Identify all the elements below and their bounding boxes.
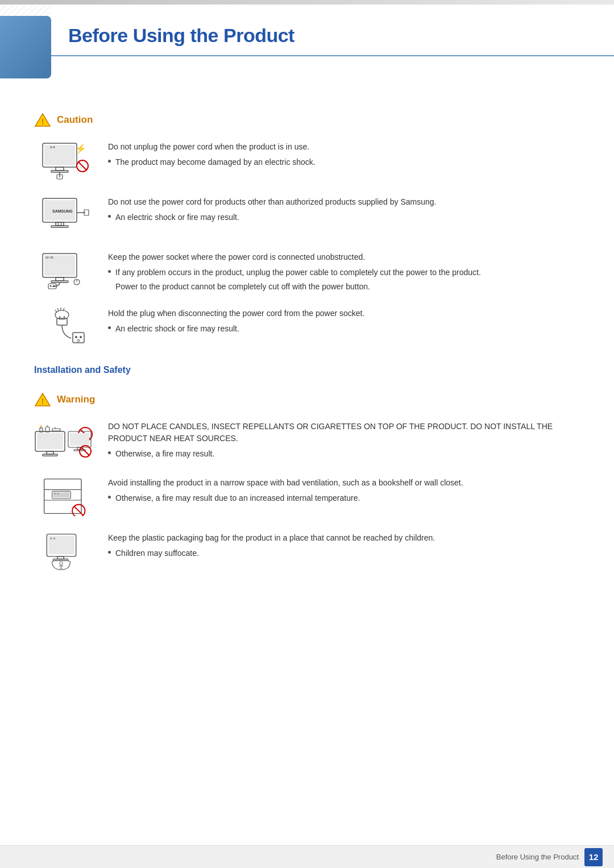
svg-text:SAMSUNG: SAMSUNG: [52, 209, 73, 213]
svg-rect-6: [56, 167, 64, 171]
caution-bullet-3-0: If any problem occurs in the product, un…: [108, 267, 580, 279]
warning-bullet-3-0: Children may suffocate.: [108, 547, 580, 559]
caution-image-1: ⚡: [34, 139, 97, 181]
page-header: Before Using the Product: [0, 5, 614, 95]
svg-point-45: [77, 339, 80, 342]
svg-rect-78: [57, 556, 64, 559]
svg-rect-77: [48, 535, 74, 554]
svg-rect-28: [50, 256, 53, 259]
footer-page-number: 12: [584, 848, 603, 866]
svg-text:!: !: [42, 397, 44, 406]
warning-bullet-1-0: Otherwise, a fire may result.: [108, 448, 580, 460]
warning-triangle-icon: !: [34, 392, 51, 407]
caution-main-2: Do not use the power cord for products o…: [108, 196, 580, 208]
warning-label-text: Warning: [57, 394, 95, 405]
svg-rect-27: [45, 256, 49, 259]
caution-label-text: Caution: [57, 114, 93, 126]
svg-rect-42: [73, 333, 84, 343]
caution-item-4: Hold the plug when disconnecting the pow…: [34, 305, 580, 348]
svg-point-81: [53, 537, 56, 539]
warning-bullet-2-0: Otherwise, a fire may result due to an i…: [108, 492, 580, 504]
warning-main-3: Keep the plastic packaging bag for the p…: [108, 532, 580, 544]
warning-image-2: [34, 475, 97, 517]
installation-heading: Installation and Safety: [34, 365, 580, 375]
svg-point-9: [53, 146, 55, 148]
page-title: Before Using the Product: [68, 24, 580, 47]
svg-rect-51: [43, 454, 57, 456]
svg-point-82: [60, 562, 63, 565]
bullet-dot: [108, 496, 111, 499]
svg-rect-5: [44, 145, 75, 165]
svg-text:⚡: ⚡: [75, 143, 86, 154]
caution-bullet-1-0: The product may become damaged by an ele…: [108, 156, 580, 168]
svg-point-54: [40, 425, 42, 427]
svg-point-30: [50, 285, 52, 286]
bullet-dot: [108, 215, 111, 218]
svg-rect-26: [51, 281, 68, 283]
svg-rect-7: [51, 171, 68, 172]
warning-main-1: DO NOT PLACE CANDLES, INSECT REPELLANTS …: [108, 421, 580, 445]
bullet-dot: [108, 551, 111, 554]
bullet-dot: [108, 326, 111, 329]
caution-item-2: SAMSUNG Do not use the power cord for pr…: [34, 194, 580, 236]
warning-image-1: [34, 418, 97, 461]
top-bar: [0, 0, 614, 5]
warning-item-2: Avoid installing the product in a narrow…: [34, 475, 580, 517]
warning-text-3: Keep the plastic packaging bag for the p…: [108, 530, 580, 562]
svg-rect-72: [53, 492, 56, 494]
svg-point-20: [58, 222, 61, 226]
caution-triangle-icon: !: [34, 113, 51, 127]
caution-text-4: Hold the plug when disconnecting the pow…: [108, 305, 580, 337]
svg-rect-25: [56, 277, 64, 281]
svg-rect-73: [57, 492, 59, 494]
caution-bullet-2-0: An electric shock or fire may result.: [108, 211, 580, 223]
svg-line-75: [74, 506, 83, 515]
svg-line-39: [57, 308, 59, 311]
header-blue-block: [0, 16, 51, 78]
svg-point-8: [50, 146, 52, 148]
warning-item-1: DO NOT PLACE CANDLES, INSECT REPELLANTS …: [34, 418, 580, 462]
warning-image-3: [34, 530, 97, 572]
caution-item-3: Keep the power socket where the power co…: [34, 249, 580, 293]
svg-rect-62: [70, 433, 89, 446]
svg-point-44: [80, 336, 82, 338]
caution-bullet-4-0: An electric shock or fire may result.: [108, 323, 580, 335]
bullet-dot: [108, 270, 111, 273]
caution-text-2: Do not use the power cord for products o…: [108, 194, 580, 226]
bullet-dot: [108, 451, 111, 454]
warning-item-3: Keep the plastic packaging bag for the p…: [34, 530, 580, 572]
caution-main-4: Hold the plug when disconnecting the pow…: [108, 308, 580, 319]
caution-main-3: Keep the power socket where the power co…: [108, 251, 580, 263]
caution-main-1: Do not unplug the power cord when the pr…: [108, 141, 580, 153]
svg-text:!: !: [42, 117, 44, 126]
caution-item-1: ⚡ Do not unplug the power cord when the …: [34, 139, 580, 181]
caution-label: ! Caution: [34, 113, 580, 127]
svg-rect-17: [56, 222, 64, 226]
caution-text-1: Do not unplug the power cord when the pr…: [108, 139, 580, 171]
svg-line-13: [78, 162, 86, 170]
caution-image-2: SAMSUNG: [34, 194, 97, 236]
caution-image-3: [34, 249, 97, 292]
svg-rect-49: [37, 433, 63, 449]
bullet-dot: [108, 160, 111, 163]
svg-rect-57: [52, 429, 60, 431]
warning-main-2: Avoid installing the product in a narrow…: [108, 477, 580, 489]
footer-label: Before Using the Product: [496, 853, 579, 861]
svg-point-80: [50, 537, 52, 539]
caution-image-4: [34, 305, 97, 348]
svg-rect-24: [44, 255, 75, 276]
main-content: ! Caution: [0, 113, 614, 572]
svg-line-66: [81, 447, 89, 455]
page-footer: Before Using the Product 12: [0, 845, 614, 868]
caution-subnote-3: Power to the product cannot be completel…: [115, 281, 580, 293]
warning-text-2: Avoid installing the product in a narrow…: [108, 475, 580, 506]
svg-point-43: [75, 336, 77, 338]
caution-text-3: Keep the power socket where the power co…: [108, 249, 580, 293]
warning-text-1: DO NOT PLACE CANDLES, INSECT REPELLANTS …: [108, 418, 580, 462]
warning-label: ! Warning: [34, 392, 580, 407]
header-title-area: Before Using the Product: [51, 16, 614, 56]
